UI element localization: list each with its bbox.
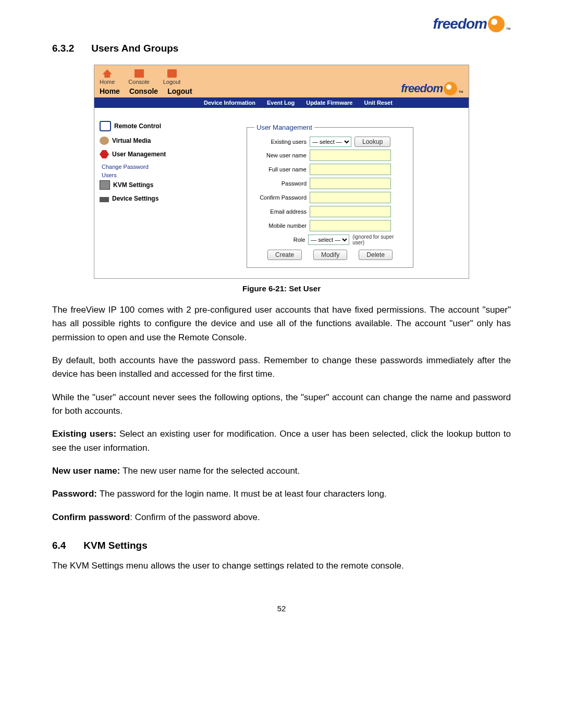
- section-heading-632: 6.3.2 Users And Groups: [52, 43, 511, 54]
- nav-icon-label: Home: [100, 79, 115, 85]
- existing-users-label: Existing users: [254, 139, 307, 145]
- email-input[interactable]: [310, 206, 391, 217]
- app-logo: freedom ™: [401, 82, 463, 95]
- password-label: Password: [254, 180, 307, 187]
- sidebar-item-remote-control[interactable]: Remote Control: [100, 121, 199, 131]
- modify-button[interactable]: Modify: [313, 250, 347, 260]
- field-desc: The password for the login name. It must…: [100, 489, 387, 499]
- main-panel: User Management Existing users — select …: [204, 108, 469, 278]
- lookup-button[interactable]: Lookup: [354, 137, 390, 147]
- screenshot-figure: Home Console Logout Home Console Logout: [94, 65, 469, 279]
- sidebar-item-kvm-settings[interactable]: KVM Settings: [100, 180, 199, 190]
- brand-name: freedom: [401, 82, 443, 95]
- field-term: Confirm password: [52, 512, 130, 522]
- mobile-label: Mobile number: [254, 223, 307, 229]
- sidebar-sub-change-password[interactable]: Change Password: [102, 164, 199, 170]
- tab-event-log[interactable]: Event Log: [267, 100, 295, 106]
- kvm-icon: [100, 180, 110, 190]
- console-icon: [134, 69, 144, 78]
- sidebar-item-label: Virtual Media: [112, 137, 151, 144]
- page-header-logo: freedom ™: [52, 16, 511, 32]
- sidebar-item-label: User Management: [112, 151, 166, 158]
- user-management-fieldset: User Management Existing users — select …: [247, 124, 413, 268]
- section-number: 6.3.2: [52, 43, 89, 54]
- disc-icon: [100, 137, 109, 145]
- password-input[interactable]: [310, 178, 391, 189]
- section-heading-64: 6.4 KVM Settings: [52, 540, 511, 551]
- paragraph: Confirm password: Confirm of the passwor…: [52, 511, 511, 524]
- role-label: Role: [254, 237, 305, 243]
- new-user-name-input[interactable]: [310, 150, 391, 161]
- field-term: Password:: [52, 489, 100, 499]
- mobile-input[interactable]: [310, 220, 391, 231]
- nav-icon-label: Logout: [163, 79, 181, 85]
- users-icon: [100, 150, 109, 158]
- sidebar-item-label: Remote Control: [114, 122, 161, 130]
- field-desc: : Confirm of the password above.: [130, 512, 260, 522]
- brand-tm: ™: [506, 27, 511, 32]
- sidebar-item-label: Device Settings: [112, 195, 158, 202]
- section-title: KVM Settings: [83, 540, 147, 551]
- nav-link-console[interactable]: Console: [129, 87, 158, 95]
- home-icon: [103, 69, 112, 78]
- create-button[interactable]: Create: [267, 250, 302, 260]
- app-header: Home Console Logout Home Console Logout: [94, 65, 469, 97]
- nav-link-home[interactable]: Home: [100, 87, 120, 95]
- nav-icon-logout[interactable]: Logout: [163, 69, 181, 85]
- brand-tm: ™: [458, 90, 463, 95]
- tab-bar: Device Information Event Log Update Firm…: [94, 97, 469, 108]
- logout-icon: [167, 69, 177, 78]
- tab-unit-reset[interactable]: Unit Reset: [364, 100, 392, 106]
- field-term: New user name:: [52, 466, 123, 476]
- monitor-icon: [100, 121, 111, 131]
- full-user-name-label: Full user name: [254, 166, 307, 172]
- email-label: Email address: [254, 208, 307, 215]
- nav-icon-home[interactable]: Home: [100, 69, 115, 85]
- field-desc: Select an existing user for modification…: [52, 429, 511, 452]
- brand-mark-icon: [444, 82, 457, 95]
- sidebar: Remote Control Virtual Media User Manage…: [94, 108, 204, 278]
- brand-mark-icon: [488, 16, 505, 32]
- sidebar-sub-users[interactable]: Users: [102, 172, 199, 178]
- paragraph: New user name: The new user name for the…: [52, 464, 511, 478]
- fieldset-legend: User Management: [254, 124, 314, 131]
- paragraph: The KVM Settings menu allows the user to…: [52, 559, 511, 573]
- paragraph: By default, both accounts have the passw…: [52, 354, 511, 381]
- role-note: (ignored for super user): [352, 234, 406, 245]
- nav-icon-console[interactable]: Console: [128, 69, 149, 85]
- paragraph: While the "user" account never sees the …: [52, 391, 511, 418]
- sidebar-item-device-settings[interactable]: Device Settings: [100, 195, 199, 202]
- sidebar-item-label: KVM Settings: [113, 181, 153, 189]
- page-number: 52: [52, 604, 511, 613]
- nav-link-logout[interactable]: Logout: [167, 87, 192, 95]
- paragraph: Existing users: Select an existing user …: [52, 427, 511, 455]
- section-title: Users And Groups: [91, 43, 178, 54]
- paragraph: The freeView IP 100 comes with 2 pre-con…: [52, 303, 511, 344]
- section-number: 6.4: [52, 540, 81, 551]
- confirm-password-label: Confirm Password: [254, 194, 307, 201]
- role-select[interactable]: — select —: [308, 235, 349, 245]
- confirm-password-input[interactable]: [310, 192, 391, 203]
- delete-button[interactable]: Delete: [359, 250, 393, 260]
- field-desc: The new user name for the selected accou…: [123, 466, 300, 476]
- figure-caption: Figure 6-21: Set User: [52, 284, 511, 293]
- existing-users-select[interactable]: — select —: [310, 137, 351, 147]
- sidebar-item-user-management[interactable]: User Management: [100, 150, 199, 158]
- tab-device-information[interactable]: Device Information: [204, 100, 255, 106]
- paragraph: Password: The password for the login nam…: [52, 487, 511, 501]
- tab-update-firmware[interactable]: Update Firmware: [306, 100, 352, 106]
- new-user-name-label: New user name: [254, 152, 307, 158]
- sidebar-item-virtual-media[interactable]: Virtual Media: [100, 137, 199, 145]
- brand-name: freedom: [433, 16, 487, 32]
- field-term: Existing users:: [52, 429, 119, 439]
- nav-icon-label: Console: [128, 79, 149, 85]
- full-user-name-input[interactable]: [310, 164, 391, 175]
- device-icon: [100, 197, 109, 202]
